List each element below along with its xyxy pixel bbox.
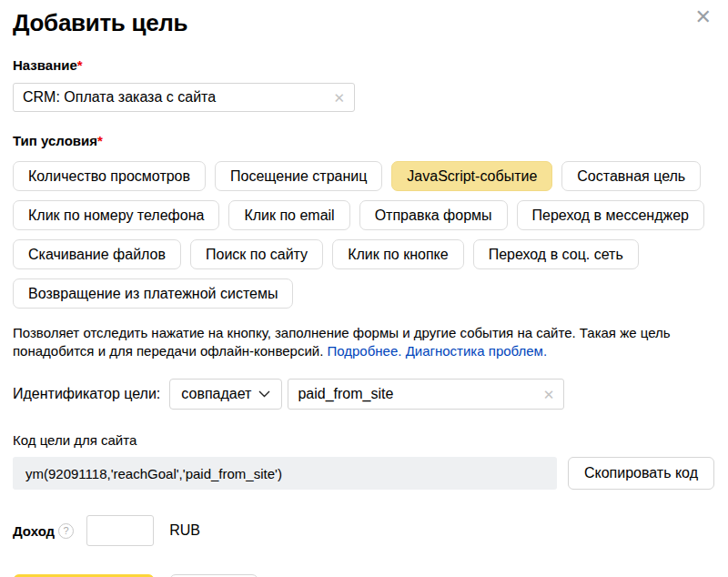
close-icon[interactable]: ✕ (695, 7, 712, 27)
chip-javascript-event[interactable]: JavaScript-событие (391, 161, 552, 191)
name-label-text: Название (13, 57, 77, 73)
chip-site-search[interactable]: Поиск по сайту (190, 239, 323, 269)
copy-code-button[interactable]: Скопировать код (568, 457, 714, 490)
match-operator-select[interactable]: совпадает (169, 379, 282, 410)
condition-type-label-text: Тип условия (13, 133, 97, 148)
chip-phone-number-click[interactable]: Клик по номеру телефона (13, 200, 219, 230)
goal-name-input-wrap: ✕ (13, 83, 355, 112)
clear-name-icon[interactable]: ✕ (333, 91, 345, 105)
goal-code-text: ym(92091118,'reachGoal','paid_from_site'… (25, 466, 282, 481)
goal-id-input-wrap: ✕ (288, 379, 564, 410)
chip-button-click[interactable]: Клик по кнопке (332, 239, 464, 269)
goal-id-input[interactable] (298, 386, 535, 402)
clear-goal-id-icon[interactable]: ✕ (543, 388, 555, 401)
goal-code-box: ym(92091118,'reachGoal','paid_from_site'… (13, 457, 557, 490)
chip-page-visit[interactable]: Посещение страниц (215, 161, 382, 191)
goal-id-row: Идентификатор цели: совпадает ✕ (13, 379, 714, 410)
revenue-row: Доход ? RUB (13, 515, 714, 546)
condition-description: Позволяет отследить нажатие на кнопку, з… (13, 324, 714, 360)
goal-code-row: ym(92091118,'reachGoal','paid_from_site'… (13, 457, 714, 490)
chip-composite-goal[interactable]: Составная цель (561, 161, 701, 191)
chip-social-network[interactable]: Переход в соц. сеть (473, 239, 639, 269)
chip-form-submit[interactable]: Отправка формы (359, 200, 508, 230)
revenue-label: Доход (13, 523, 55, 539)
page-title: Добавить цель (13, 9, 714, 36)
currency-label: RUB (169, 522, 200, 539)
chip-messenger-transition[interactable]: Переход в мессенджер (517, 200, 704, 230)
revenue-input[interactable] (86, 515, 154, 546)
chip-file-download[interactable]: Скачивание файлов (13, 239, 181, 269)
chip-views-count[interactable]: Количество просмотров (13, 161, 206, 191)
chip-email-click[interactable]: Клик по email (228, 200, 349, 230)
help-icon[interactable]: ? (58, 523, 74, 539)
goal-name-input[interactable] (23, 89, 326, 106)
add-goal-dialog: Добавить цель ✕ Название* ✕ Тип условия*… (0, 0, 728, 577)
details-link[interactable]: Подробнее. (327, 343, 401, 359)
match-operator-value: совпадает (181, 386, 251, 402)
required-asterisk: * (97, 133, 103, 148)
chip-payment-system-return[interactable]: Возвращение из платежной системы (13, 278, 293, 309)
chevron-down-icon (258, 390, 270, 398)
diagnostics-link[interactable]: Диагностика проблем. (406, 343, 547, 359)
goal-code-label: Код цели для сайта (13, 432, 714, 448)
goal-id-label: Идентификатор цели: (13, 386, 160, 402)
required-asterisk: * (77, 57, 83, 73)
name-field-label: Название* (13, 57, 714, 74)
condition-type-label: Тип условия* (13, 133, 714, 149)
condition-type-chips: Количество просмотров Посещение страниц … (13, 161, 714, 309)
